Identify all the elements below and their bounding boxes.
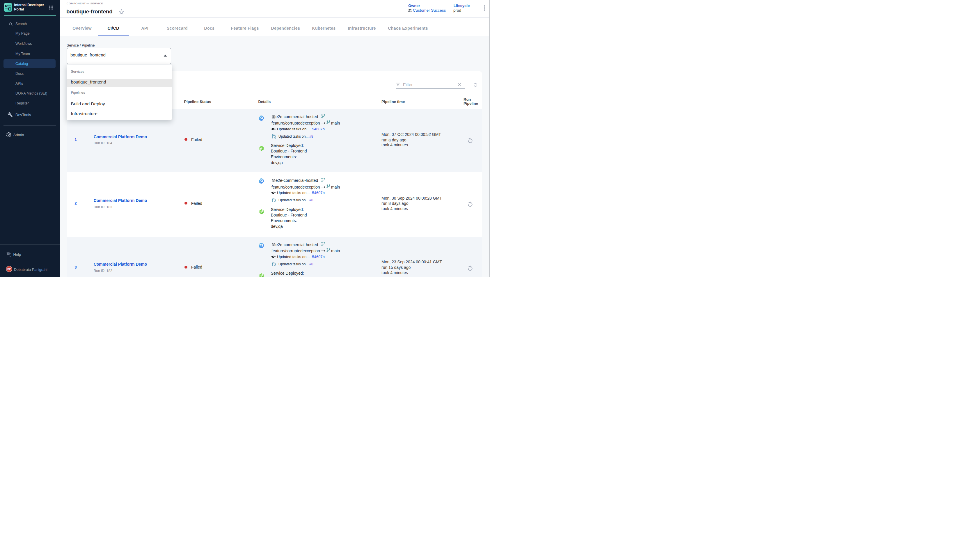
svg-text:?: ? [7, 253, 8, 255]
